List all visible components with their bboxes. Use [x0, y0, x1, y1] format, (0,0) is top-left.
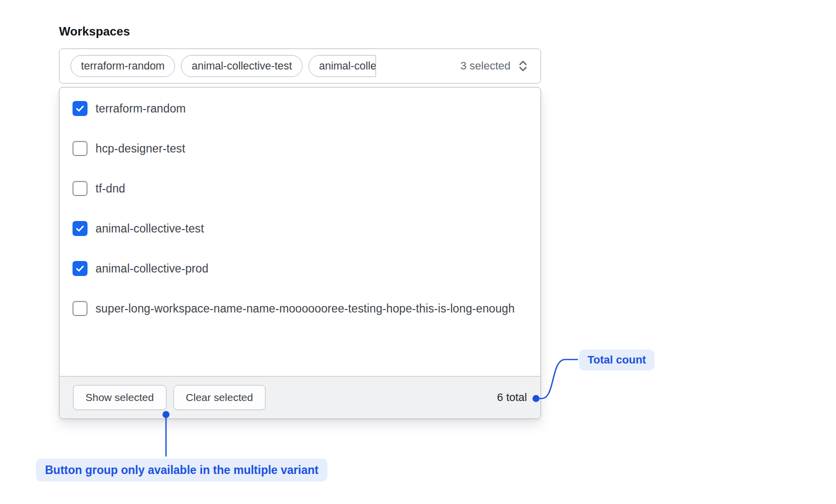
- option-row[interactable]: animal-collective-test: [60, 208, 540, 248]
- total-count-connector-line: [536, 360, 578, 398]
- option-checkbox[interactable]: [72, 301, 88, 316]
- listbox-panel: terraform-random hcp-designer-test tf-dn…: [59, 87, 541, 419]
- check-icon: [75, 104, 85, 114]
- option-checkbox[interactable]: [72, 101, 88, 116]
- page: Workspaces terraform-randomanimal-collec…: [0, 0, 836, 504]
- option-label: hcp-designer-test: [96, 140, 185, 156]
- option-row[interactable]: animal-collective-prod: [60, 248, 540, 288]
- selected-tag: animal-collective-test: [181, 55, 302, 77]
- selected-count: 3 selected: [460, 60, 510, 72]
- option-row[interactable]: hcp-designer-test: [60, 128, 540, 168]
- workspaces-field-label: Workspaces: [59, 24, 130, 40]
- option-checkbox[interactable]: [72, 181, 88, 196]
- option-label: terraform-random: [96, 100, 186, 116]
- selected-tag: terraform-random: [70, 55, 175, 77]
- annotation-total-count: Total count: [579, 350, 654, 370]
- clear-selected-button[interactable]: Clear selected: [174, 385, 266, 410]
- option-checkbox[interactable]: [72, 261, 88, 276]
- total-count: 6 total: [497, 391, 527, 404]
- option-checkbox[interactable]: [72, 221, 88, 236]
- option-row[interactable]: tf-dnd: [60, 168, 540, 208]
- option-row[interactable]: terraform-random: [60, 88, 540, 128]
- check-icon: [75, 224, 85, 234]
- selected-count-group: 3 selected: [460, 59, 530, 73]
- listbox-footer: Show selected Clear selected 6 total: [60, 376, 540, 418]
- show-selected-button[interactable]: Show selected: [73, 385, 166, 410]
- option-label: tf-dnd: [96, 180, 125, 196]
- selected-tags: terraform-randomanimal-collective-testan…: [70, 55, 376, 77]
- option-checkbox[interactable]: [72, 141, 88, 156]
- caret-sort-icon: [516, 59, 530, 73]
- selected-tag: animal-collective-prod: [308, 55, 376, 77]
- check-icon: [75, 264, 85, 274]
- annotation-button-group: Button group only available in the multi…: [36, 458, 328, 482]
- option-label: animal-collective-test: [96, 220, 204, 236]
- workspaces-select-trigger[interactable]: terraform-randomanimal-collective-testan…: [59, 48, 541, 84]
- option-label: animal-collective-prod: [96, 260, 208, 276]
- option-row[interactable]: super-long-workspace-name-name-moooooore…: [60, 288, 540, 328]
- option-label: super-long-workspace-name-name-moooooore…: [96, 300, 514, 316]
- option-list: terraform-random hcp-designer-test tf-dn…: [60, 88, 540, 328]
